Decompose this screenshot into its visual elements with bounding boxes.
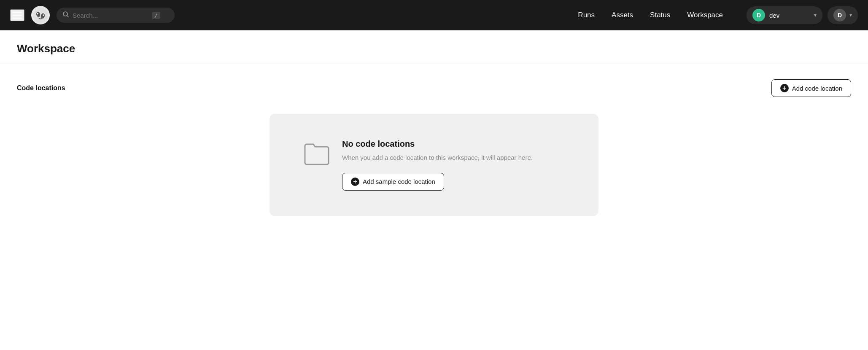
nav-assets[interactable]: Assets bbox=[612, 11, 633, 19]
svg-point-0 bbox=[33, 8, 48, 23]
chevron-down-icon: ▾ bbox=[814, 12, 817, 18]
search-shortcut: / bbox=[152, 12, 160, 19]
section-title: Code locations bbox=[17, 84, 65, 92]
search-bar[interactable]: / bbox=[57, 8, 175, 23]
navbar-right: D dev ▾ D ▾ bbox=[747, 6, 858, 24]
user-avatar: D bbox=[833, 9, 846, 22]
add-location-label: Add code location bbox=[792, 85, 842, 92]
main-content: Workspace Code locations + Add code loca… bbox=[0, 30, 868, 350]
empty-state-text: No code locations When you add a code lo… bbox=[342, 139, 533, 191]
empty-state-heading: No code locations bbox=[342, 139, 533, 149]
navbar-left: / bbox=[10, 6, 571, 24]
empty-state-description: When you add a code location to this wor… bbox=[342, 153, 533, 163]
workspace-selector[interactable]: D dev ▾ bbox=[747, 6, 822, 24]
workspace-name: dev bbox=[769, 12, 779, 19]
add-sample-label: Add sample code location bbox=[363, 178, 435, 185]
section-header: Code locations + Add code location bbox=[17, 79, 851, 97]
add-code-location-button[interactable]: + Add code location bbox=[771, 79, 851, 97]
navbar-center: Runs Assets Status Workspace bbox=[578, 11, 723, 19]
navbar: / Runs Assets Status Workspace D dev ▾ D… bbox=[0, 0, 868, 30]
hamburger-button[interactable] bbox=[10, 9, 24, 21]
nav-runs[interactable]: Runs bbox=[578, 11, 595, 19]
sample-plus-icon: + bbox=[351, 178, 359, 186]
logo bbox=[31, 6, 50, 24]
svg-point-4 bbox=[43, 14, 44, 16]
workspace-avatar: D bbox=[752, 9, 765, 22]
search-icon bbox=[62, 11, 69, 19]
content-section: Code locations + Add code location No co… bbox=[0, 64, 868, 231]
add-sample-code-location-button[interactable]: + Add sample code location bbox=[342, 173, 444, 191]
empty-state-container: No code locations When you add a code lo… bbox=[17, 114, 851, 216]
nav-status[interactable]: Status bbox=[650, 11, 670, 19]
folder-icon bbox=[303, 141, 330, 168]
svg-point-3 bbox=[37, 13, 38, 15]
nav-workspace[interactable]: Workspace bbox=[687, 11, 723, 19]
plus-circle-icon: + bbox=[780, 84, 789, 92]
page-header: Workspace bbox=[0, 30, 868, 64]
page-title: Workspace bbox=[17, 42, 851, 55]
user-chevron-icon: ▾ bbox=[849, 12, 852, 18]
empty-state: No code locations When you add a code lo… bbox=[270, 114, 598, 216]
search-input[interactable] bbox=[73, 12, 148, 19]
user-selector[interactable]: D ▾ bbox=[828, 6, 858, 24]
